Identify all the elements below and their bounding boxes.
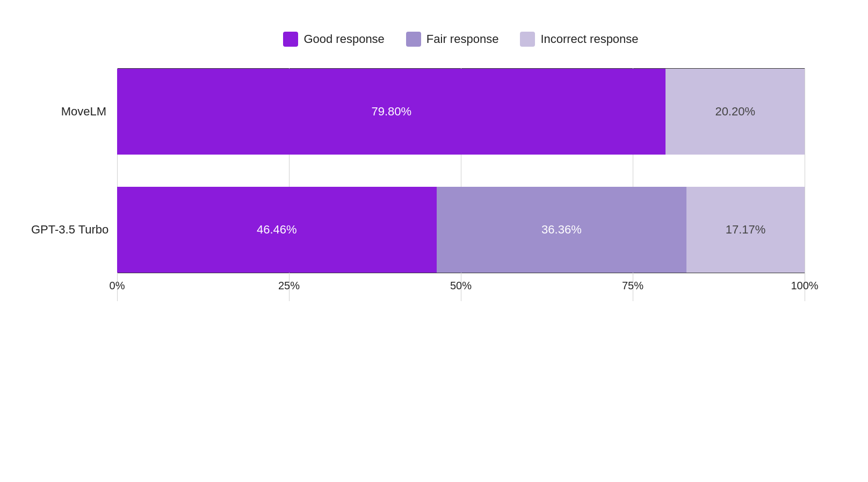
- bar-track-gpt35turbo: 46.46%36.36%17.17%: [117, 187, 805, 273]
- chart-legend: Good response Fair response Incorrect re…: [117, 32, 805, 47]
- x-tick-75: 75%: [622, 280, 643, 292]
- bar-row-gpt35turbo: GPT-3.5 Turbo46.46%36.36%17.17%: [117, 187, 805, 273]
- legend-label-fair: Fair response: [426, 32, 499, 46]
- legend-swatch-good: [283, 32, 298, 47]
- x-tick-0: 0%: [110, 280, 125, 292]
- bar-segment-movelm-good: 79.80%: [117, 69, 666, 155]
- legend-item-fair: Fair response: [406, 32, 499, 47]
- bar-row-spacer: [117, 155, 805, 187]
- legend-swatch-fair: [406, 32, 421, 47]
- legend-item-incorrect: Incorrect response: [520, 32, 638, 47]
- legend-item-good: Good response: [283, 32, 384, 47]
- bars-container: MoveLM79.80%20.20%GPT-3.5 Turbo46.46%36.…: [117, 69, 805, 273]
- bar-segment-gpt35turbo-incorrect: 17.17%: [686, 187, 805, 273]
- axis-line-bottom: [117, 273, 805, 273]
- x-tick-50: 50%: [450, 280, 472, 292]
- x-tick-100: 100%: [791, 280, 818, 292]
- bar-label-movelm: MoveLM: [31, 105, 117, 119]
- bar-row-movelm: MoveLM79.80%20.20%: [117, 69, 805, 155]
- bars-wrapper: MoveLM79.80%20.20%GPT-3.5 Turbo46.46%36.…: [117, 68, 805, 301]
- chart-container: Good response Fair response Incorrect re…: [31, 21, 837, 461]
- legend-label-good: Good response: [303, 32, 384, 46]
- grid-line-100: [805, 68, 805, 301]
- bar-segment-gpt35turbo-fair: 36.36%: [437, 187, 686, 273]
- legend-label-incorrect: Incorrect response: [540, 32, 638, 46]
- bar-segment-movelm-incorrect: 20.20%: [666, 69, 805, 155]
- x-tick-25: 25%: [278, 280, 300, 292]
- legend-swatch-incorrect: [520, 32, 535, 47]
- x-axis: 0%25%50%75%100%: [117, 280, 805, 301]
- bar-track-movelm: 79.80%20.20%: [117, 69, 805, 155]
- bar-segment-gpt35turbo-good: 46.46%: [117, 187, 437, 273]
- bar-label-gpt35turbo: GPT-3.5 Turbo: [31, 223, 117, 237]
